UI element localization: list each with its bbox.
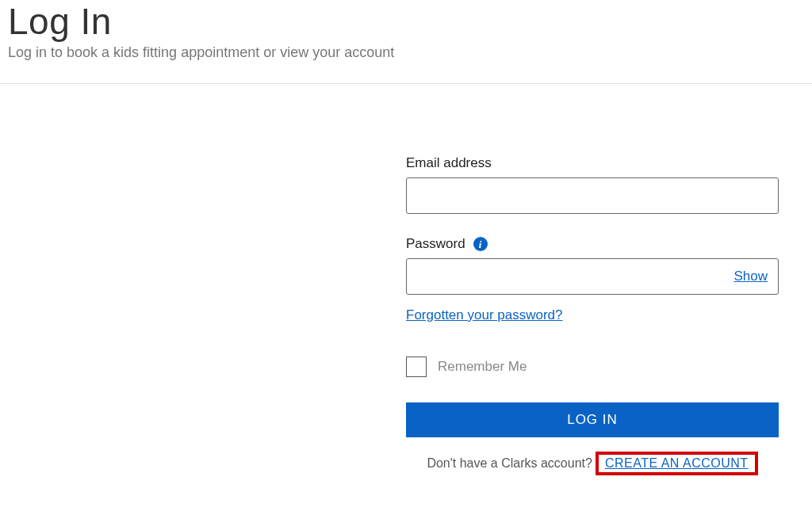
password-input[interactable] xyxy=(406,258,779,295)
login-form: Email address Password i Show Forgotten … xyxy=(406,155,779,475)
header-divider xyxy=(0,83,812,84)
page-subtitle: Log in to book a kids fitting appointmen… xyxy=(8,44,812,61)
email-label: Email address xyxy=(406,155,492,171)
signup-row: Don't have a Clarks account? CREATE AN A… xyxy=(406,452,779,475)
password-field-group: Password i Show Forgotten your password? xyxy=(406,236,779,323)
signup-prompt: Don't have a Clarks account? xyxy=(427,456,592,471)
create-account-highlight: CREATE AN ACCOUNT xyxy=(596,452,758,475)
email-field-group: Email address xyxy=(406,155,779,214)
login-button[interactable]: LOG IN xyxy=(406,402,779,437)
remember-me-label: Remember Me xyxy=(438,359,527,375)
remember-me-checkbox[interactable] xyxy=(406,357,427,377)
password-label: Password xyxy=(406,236,465,252)
forgot-password-link[interactable]: Forgotten your password? xyxy=(406,307,563,323)
show-password-toggle[interactable]: Show xyxy=(733,267,768,286)
create-account-link[interactable]: CREATE AN ACCOUNT xyxy=(605,456,749,470)
email-input[interactable] xyxy=(406,177,779,214)
remember-me-row: Remember Me xyxy=(406,357,779,377)
info-icon[interactable]: i xyxy=(473,237,488,251)
page-title: Log In xyxy=(8,0,812,43)
